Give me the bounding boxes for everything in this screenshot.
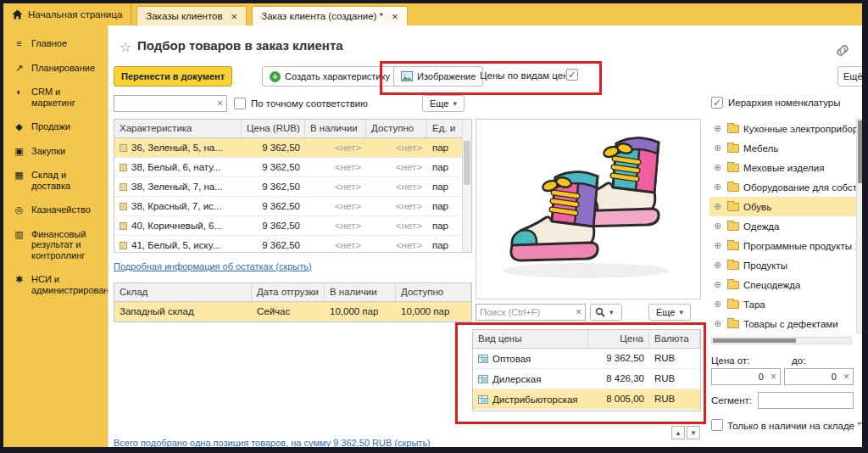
- sidebar-item[interactable]: ▥ Финансовый результат и контроллинг: [3, 222, 108, 268]
- table-row[interactable]: Оптовая 9 362,50 RUB: [473, 349, 700, 369]
- tab-close-icon[interactable]: ×: [392, 11, 398, 22]
- page-title: Подбор товаров в заказ клиента: [137, 38, 343, 53]
- column-header[interactable]: Валюта: [649, 330, 700, 348]
- more-button-image[interactable]: Еще ▾: [648, 304, 691, 321]
- column-header[interactable]: Доступно: [366, 120, 427, 137]
- tab-close-icon[interactable]: ×: [231, 11, 238, 22]
- only-in-stock-checkbox[interactable]: [711, 419, 723, 431]
- price-type-icon: [478, 374, 488, 384]
- clear-search-icon[interactable]: ×: [572, 307, 585, 317]
- expand-icon[interactable]: ⊕: [712, 318, 723, 329]
- stock-details-link[interactable]: Подробная информация об остатках (скрыть…: [114, 261, 312, 271]
- sidebar-item[interactable]: ≡ Главное: [3, 31, 108, 56]
- more-button-characteristics[interactable]: Еще ▾: [422, 95, 465, 112]
- tree-item[interactable]: ⊕ Мебель: [709, 138, 856, 158]
- column-header[interactable]: Цена (RUB): [242, 120, 305, 137]
- segment-label: Сегмент:: [711, 395, 752, 405]
- characteristic-search-input[interactable]: [114, 96, 214, 111]
- expand-icon[interactable]: ⊕: [712, 221, 723, 232]
- tree-item[interactable]: ⊕ Программные продукты 1С: [709, 236, 856, 255]
- column-header[interactable]: Вид цены: [473, 330, 588, 348]
- clear-search-icon[interactable]: ×: [214, 98, 226, 109]
- favorite-star-icon[interactable]: ☆: [120, 39, 131, 55]
- segment-field: [758, 392, 854, 409]
- scrollbar-thumb[interactable]: [713, 338, 796, 343]
- sidebar-item[interactable]: ▣ Закупки: [3, 139, 108, 164]
- window-frame: [0, 447, 868, 453]
- sneakers-image: [491, 130, 687, 286]
- transfer-to-document-button[interactable]: Перенести в документ: [114, 66, 232, 87]
- column-header[interactable]: Дата отгрузки: [252, 283, 325, 301]
- tree-item[interactable]: ⊕ Спецодежда: [709, 275, 856, 294]
- tree-item[interactable]: ⊕ Кухонные электроприборы: [709, 119, 856, 138]
- tab-document[interactable]: Заказы клиентов ×: [136, 6, 247, 25]
- sidebar-item[interactable]: ◎ Казначейство: [3, 198, 108, 222]
- exact-match-checkbox[interactable]: [234, 98, 246, 109]
- price-to-input[interactable]: [785, 369, 840, 384]
- expand-icon[interactable]: ⊕: [712, 182, 723, 193]
- scroll-down-button[interactable]: ▾: [687, 426, 700, 439]
- column-header[interactable]: Характеристика: [114, 120, 242, 137]
- sidebar-item-icon: ↗: [14, 63, 25, 74]
- image-button[interactable]: Изображение: [393, 66, 483, 87]
- sidebar-item-label: НСИ и администрирование: [31, 274, 108, 295]
- tab-document[interactable]: Заказ клиента (создание) * ×: [252, 6, 408, 25]
- only-in-stock-label: Только в наличии на складе "Торговый: [727, 421, 863, 431]
- search-button[interactable]: ▾: [590, 304, 622, 321]
- price-from-input[interactable]: [712, 369, 767, 384]
- column-header[interactable]: В наличии: [325, 283, 396, 301]
- characteristic-icon: [120, 183, 127, 191]
- table-scrollbar[interactable]: [462, 120, 471, 252]
- table-row[interactable]: 40, Коричневый, 6... 9 362,50 <нет> <нет…: [114, 216, 471, 236]
- link-icon[interactable]: [835, 43, 850, 58]
- table-row[interactable]: 36, Зеленый, 5, на... 9 362,50 <нет> <не…: [114, 138, 471, 158]
- tree-item[interactable]: ⊕ Одежда: [709, 216, 856, 236]
- column-header[interactable]: Доступно: [396, 283, 471, 301]
- tree-horizontal-scrollbar[interactable]: [711, 337, 852, 344]
- tree-item[interactable]: ⊕ Тара: [709, 294, 856, 314]
- create-characteristic-button[interactable]: + Создать характеристику: [262, 66, 398, 87]
- clear-icon[interactable]: ×: [767, 372, 780, 382]
- price-types-checkbox[interactable]: ✓: [566, 69, 578, 81]
- tree-item[interactable]: ⊕ Меховые изделия: [709, 158, 856, 177]
- expand-icon[interactable]: ⊕: [712, 240, 723, 251]
- product-search-input[interactable]: [476, 305, 572, 320]
- sidebar-item[interactable]: ↗ Планирование: [3, 56, 108, 81]
- price-table-header: Вид цены Цена Валюта: [473, 330, 700, 349]
- sidebar-item[interactable]: ◐ CRM и маркетинг: [3, 80, 108, 115]
- clear-icon[interactable]: ×: [840, 372, 853, 382]
- sidebar-item[interactable]: ✱ НСИ и администрирование: [3, 267, 108, 302]
- tree-item[interactable]: ⊕ Продукты: [709, 255, 856, 275]
- column-header[interactable]: Цена: [588, 330, 649, 348]
- segment-input[interactable]: [759, 393, 853, 408]
- warehouse-rows: Западный склад Сейчас 10,000 пар 10,000 …: [114, 302, 471, 322]
- tree-item[interactable]: ⊕ Оборудование для собствен: [709, 177, 856, 197]
- sidebar-item[interactable]: ▦ Склад и доставка: [3, 163, 108, 198]
- scrollbar-thumb[interactable]: [464, 141, 470, 185]
- sidebar-item-label: Склад и доставка: [31, 170, 105, 191]
- hierarchy-checkbox[interactable]: ✓: [711, 97, 723, 109]
- expand-icon[interactable]: ⊕: [712, 260, 723, 271]
- table-row[interactable]: Дилерская 8 426,30 RUB: [473, 369, 700, 389]
- sidebar-item[interactable]: ◆ Продажи: [3, 115, 108, 139]
- table-row[interactable]: 38, Белый, 6, нату... 9 362,50 <нет> <не…: [114, 158, 471, 177]
- home-icon: [12, 9, 23, 20]
- tab-home[interactable]: Начальная страница: [3, 3, 131, 25]
- table-row[interactable]: Западный склад Сейчас 10,000 пар 10,000 …: [114, 302, 471, 322]
- table-row[interactable]: 38, Зеленый, 7, на... 9 362,50 <нет> <не…: [114, 177, 471, 197]
- expand-icon[interactable]: ⊕: [712, 123, 723, 134]
- expand-icon[interactable]: ⊕: [712, 201, 723, 212]
- column-header[interactable]: В наличии: [305, 120, 366, 137]
- tree-item[interactable]: ⊕ Обувь: [709, 197, 856, 216]
- expand-icon[interactable]: ⊕: [712, 143, 723, 154]
- price-types-label: Цены по видам цен:: [480, 70, 571, 81]
- tree-item[interactable]: ⊕ Товары с дефектами: [709, 314, 856, 333]
- expand-icon[interactable]: ⊕: [712, 279, 723, 290]
- scroll-up-button[interactable]: ▴: [671, 426, 685, 439]
- table-row[interactable]: Дистрибьюторская 8 005,00 RUB: [473, 389, 700, 410]
- expand-icon[interactable]: ⊕: [712, 162, 723, 173]
- table-row[interactable]: 41, Белый, 5, иску... 9 362,50 <нет> <не…: [114, 236, 471, 253]
- column-header[interactable]: Склад: [114, 283, 252, 301]
- table-row[interactable]: 38, Красный, 7, ис... 9 362,50 <нет> <не…: [114, 197, 471, 216]
- expand-icon[interactable]: ⊕: [712, 299, 723, 310]
